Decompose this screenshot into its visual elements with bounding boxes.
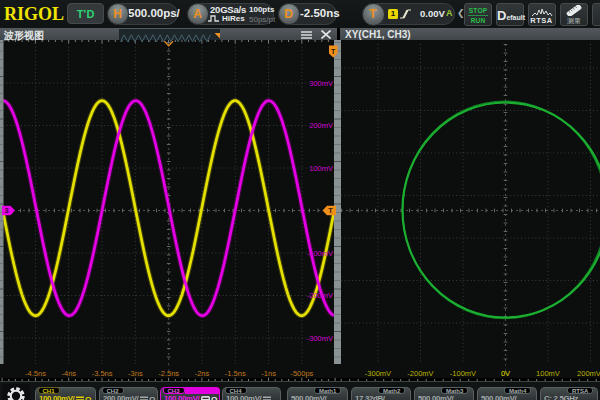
svg-text:-200mV: -200mV xyxy=(307,291,333,300)
svg-text:-3.5ns: -3.5ns xyxy=(92,369,113,378)
svg-text:-1ns: -1ns xyxy=(261,369,276,378)
svg-text:-500ps: -500ps xyxy=(290,369,313,378)
svg-text:-200mV: -200mV xyxy=(407,369,433,378)
svg-text:100mV: 100mV xyxy=(309,164,333,173)
svg-text:0V: 0V xyxy=(501,369,510,378)
svg-text:200mV: 200mV xyxy=(577,369,600,378)
svg-text:3: 3 xyxy=(4,206,8,215)
svg-text:T: T xyxy=(328,206,333,215)
svg-text:-3ns: -3ns xyxy=(128,369,143,378)
svg-text:300mV: 300mV xyxy=(309,79,333,88)
svg-text:-300mV: -300mV xyxy=(365,369,391,378)
svg-text:200mV: 200mV xyxy=(309,121,333,130)
svg-text:-1.5ns: -1.5ns xyxy=(225,369,246,378)
svg-text:-2ns: -2ns xyxy=(195,369,210,378)
svg-text:-300mV: -300mV xyxy=(307,334,333,343)
svg-text:-4ns: -4ns xyxy=(62,369,77,378)
svg-text:-4.5ns: -4.5ns xyxy=(25,369,46,378)
svg-text:T: T xyxy=(331,48,336,55)
svg-text:-100mV: -100mV xyxy=(307,249,333,258)
svg-text:-100mV: -100mV xyxy=(450,369,476,378)
svg-text:100mV: 100mV xyxy=(536,369,560,378)
svg-text:-2.5ns: -2.5ns xyxy=(158,369,179,378)
